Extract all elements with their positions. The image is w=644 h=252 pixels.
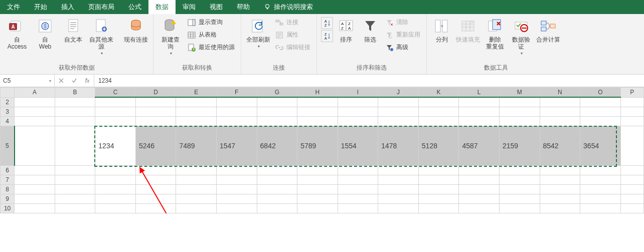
row-header[interactable]: 6 [1, 166, 15, 175]
cell[interactable]: 6842 [257, 126, 297, 166]
flash-fill-button[interactable]: 快速填充 [455, 16, 481, 43]
svg-text:Z: Z [325, 33, 327, 36]
cell[interactable]: 1478 [378, 126, 419, 166]
group-sort-filter: AZ ZA AZZA 排序 筛选 清除 重新应用 高级 排序和筛选 [317, 14, 427, 74]
text-to-columns-button[interactable]: 分列 [431, 16, 453, 43]
connections-button[interactable]: 连接 [273, 17, 312, 28]
new-query-button[interactable]: 新建查 询▾ [157, 16, 184, 57]
col-header[interactable]: P [620, 88, 643, 98]
from-web-button[interactable]: 自 Web [32, 16, 58, 50]
cell[interactable]: 1554 [338, 126, 378, 166]
cancel-formula-button[interactable] [55, 78, 68, 84]
col-header[interactable]: I [338, 88, 378, 98]
filter-label: 筛选 [364, 36, 376, 43]
from-table-icon [188, 31, 196, 39]
tell-me-search[interactable]: 操作说明搜索 [257, 0, 320, 14]
grid[interactable]: A B C D E F G H I J K L M N O P 2 3 4 5 … [0, 87, 644, 213]
insert-function-button[interactable]: fx [81, 77, 94, 84]
name-box[interactable]: C5 ▾ [0, 75, 55, 87]
name-box-dropdown-icon[interactable]: ▾ [49, 79, 51, 83]
col-header[interactable]: J [378, 88, 419, 98]
data-validation-button[interactable]: 数据验 证▾ [509, 16, 533, 57]
tab-formulas[interactable]: 公式 [121, 0, 148, 14]
col-header[interactable]: B [55, 88, 95, 98]
refresh-all-label: 全部刷新 [246, 36, 270, 43]
cell[interactable]: 5789 [297, 126, 338, 166]
col-header[interactable]: C [95, 88, 136, 98]
svg-rect-32 [435, 20, 440, 32]
col-header[interactable]: H [297, 88, 338, 98]
col-header[interactable]: F [217, 88, 257, 98]
row-header[interactable]: 8 [1, 185, 15, 194]
existing-connections-label: 现有连接 [124, 36, 148, 43]
remove-duplicates-button[interactable]: 删除 重复值 [483, 16, 507, 50]
col-header[interactable]: L [459, 88, 500, 98]
tab-data[interactable]: 数据 [148, 0, 176, 14]
group-label-data-tools: 数据工具 [431, 63, 561, 74]
other-sources-icon [93, 18, 109, 34]
tab-help[interactable]: 帮助 [230, 0, 257, 14]
col-header[interactable]: E [176, 88, 217, 98]
select-all-corner[interactable] [1, 88, 15, 98]
cell[interactable]: 5128 [418, 126, 459, 166]
from-table-button[interactable]: 从表格 [186, 30, 237, 40]
existing-connections-button[interactable]: 现有连接 [123, 16, 149, 43]
refresh-all-button[interactable]: 全部刷新▾ [245, 16, 271, 50]
filter-button[interactable]: 筛选 [359, 16, 381, 43]
consolidate-icon [540, 18, 556, 34]
clear-icon [385, 19, 393, 27]
cell[interactable]: 2159 [499, 126, 540, 166]
tab-insert[interactable]: 插入 [54, 0, 81, 14]
sort-asc-button[interactable]: AZ [321, 17, 333, 29]
flash-fill-icon [460, 18, 476, 34]
cell[interactable]: 5246 [135, 126, 176, 166]
col-header[interactable]: N [540, 88, 580, 98]
cell[interactable]: 8542 [540, 126, 580, 166]
row-header[interactable]: 10 [1, 204, 15, 213]
cell[interactable]: 1547 [217, 126, 257, 166]
col-header[interactable]: M [499, 88, 540, 98]
sort-desc-button[interactable]: ZA [321, 30, 333, 42]
recent-sources-button[interactable]: 最近使用的源 [186, 42, 237, 53]
cell[interactable]: 7489 [176, 126, 217, 166]
row-header[interactable]: 4 [1, 117, 15, 126]
cell[interactable]: 4587 [459, 126, 500, 166]
from-text-button[interactable]: 自文本 [60, 16, 86, 43]
row-header[interactable]: 7 [1, 175, 15, 185]
show-queries-button[interactable]: 显示查询 [186, 17, 237, 28]
cell[interactable]: 3654 [580, 126, 621, 166]
row-header[interactable]: 3 [1, 107, 15, 117]
row-header[interactable]: 2 [1, 97, 15, 107]
col-header[interactable]: O [580, 88, 621, 98]
col-header[interactable]: D [135, 88, 176, 98]
formula-input[interactable]: 1234 [94, 75, 644, 87]
from-access-button[interactable]: A 自 Access [4, 16, 30, 50]
col-header[interactable]: G [257, 88, 297, 98]
tab-view[interactable]: 视图 [203, 0, 230, 14]
cell[interactable]: 1234 [95, 126, 136, 166]
tab-home[interactable]: 开始 [27, 0, 54, 14]
properties-button[interactable]: 属性 [273, 30, 312, 40]
formula-bar: C5 ▾ fx 1234 [0, 75, 644, 87]
clear-filter-button[interactable]: 清除 [383, 17, 422, 28]
row-header[interactable]: 5 [1, 126, 15, 166]
tab-review[interactable]: 审阅 [176, 0, 203, 14]
enter-formula-button[interactable] [68, 78, 81, 84]
edit-links-button[interactable]: 编辑链接 [273, 42, 312, 53]
advanced-filter-button[interactable]: 高级 [383, 42, 422, 53]
sort-asc-icon: AZ [323, 19, 331, 27]
col-header[interactable]: K [418, 88, 459, 98]
column-headers-row: A B C D E F G H I J K L M N O P [1, 88, 644, 98]
svg-text:A: A [348, 26, 351, 31]
from-other-sources-button[interactable]: 自其他来源▾ [88, 16, 114, 57]
reapply-label: 重新应用 [396, 31, 420, 39]
consolidate-button[interactable]: 合并计算 [535, 16, 561, 43]
show-queries-icon [188, 19, 196, 27]
tab-page-layout[interactable]: 页面布局 [81, 0, 121, 14]
col-header[interactable]: A [15, 88, 55, 98]
row-header[interactable]: 9 [1, 194, 15, 204]
reapply-button[interactable]: 重新应用 [383, 30, 422, 40]
tab-file[interactable]: 文件 [0, 0, 27, 14]
fx-icon: fx [85, 77, 89, 84]
sort-button[interactable]: AZZA 排序 [335, 16, 357, 43]
